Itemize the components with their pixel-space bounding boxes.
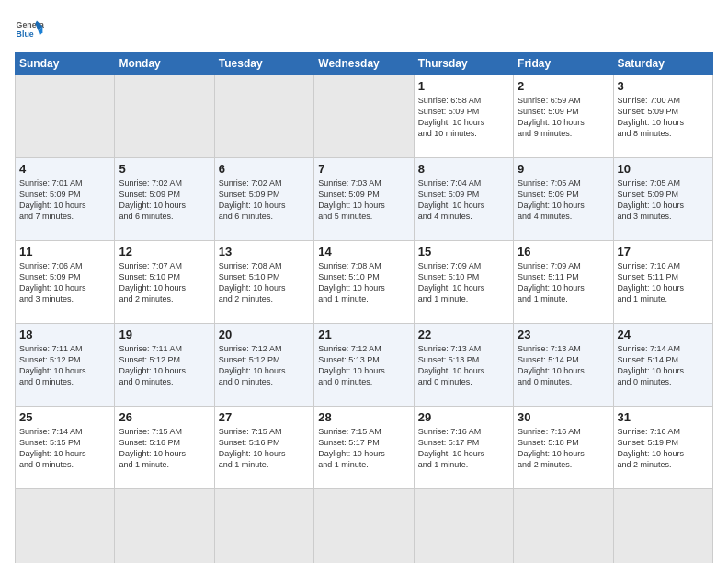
day-info: Sunrise: 7:15 AM Sunset: 5:17 PM Dayligh… — [318, 426, 409, 471]
day-info: Sunrise: 7:08 AM Sunset: 5:10 PM Dayligh… — [219, 260, 310, 305]
calendar-cell: 14Sunrise: 7:08 AM Sunset: 5:10 PM Dayli… — [314, 241, 414, 324]
day-info: Sunrise: 7:12 AM Sunset: 5:12 PM Dayligh… — [219, 343, 310, 388]
day-number: 10 — [618, 162, 709, 176]
day-info: Sunrise: 7:16 AM Sunset: 5:17 PM Dayligh… — [418, 426, 509, 471]
calendar-cell: 31Sunrise: 7:16 AM Sunset: 5:19 PM Dayli… — [613, 407, 712, 489]
day-number: 19 — [119, 327, 210, 341]
calendar-week-3: 11Sunrise: 7:06 AM Sunset: 5:09 PM Dayli… — [16, 241, 713, 324]
day-info: Sunrise: 7:00 AM Sunset: 5:09 PM Dayligh… — [618, 95, 709, 140]
day-number: 7 — [318, 162, 409, 176]
calendar-cell: 19Sunrise: 7:11 AM Sunset: 5:12 PM Dayli… — [115, 324, 214, 407]
calendar-cell: 27Sunrise: 7:15 AM Sunset: 5:16 PM Dayli… — [214, 407, 313, 489]
day-info: Sunrise: 7:02 AM Sunset: 5:09 PM Dayligh… — [219, 178, 310, 223]
day-header-monday: Monday — [115, 52, 214, 75]
calendar-cell — [314, 489, 414, 564]
svg-text:Blue: Blue — [17, 29, 34, 39]
day-info: Sunrise: 7:06 AM Sunset: 5:09 PM Dayligh… — [19, 260, 110, 305]
day-info: Sunrise: 7:14 AM Sunset: 5:14 PM Dayligh… — [618, 343, 709, 388]
day-info: Sunrise: 7:12 AM Sunset: 5:13 PM Dayligh… — [318, 343, 409, 388]
day-number: 29 — [418, 410, 509, 424]
calendar-cell: 20Sunrise: 7:12 AM Sunset: 5:12 PM Dayli… — [214, 324, 313, 407]
day-info: Sunrise: 7:16 AM Sunset: 5:19 PM Dayligh… — [618, 426, 709, 471]
calendar-table: SundayMondayTuesdayWednesdayThursdayFrid… — [15, 52, 713, 563]
day-info: Sunrise: 7:09 AM Sunset: 5:11 PM Dayligh… — [518, 260, 609, 305]
day-number: 1 — [418, 79, 509, 93]
day-number: 26 — [119, 410, 210, 424]
calendar-week-6 — [16, 489, 713, 564]
calendar-cell: 3Sunrise: 7:00 AM Sunset: 5:09 PM Daylig… — [613, 75, 712, 158]
calendar-cell: 16Sunrise: 7:09 AM Sunset: 5:11 PM Dayli… — [514, 241, 613, 324]
calendar-cell — [16, 489, 115, 564]
calendar-cell: 13Sunrise: 7:08 AM Sunset: 5:10 PM Dayli… — [214, 241, 313, 324]
day-number: 3 — [618, 79, 709, 93]
day-number: 11 — [19, 245, 110, 259]
day-number: 15 — [418, 245, 509, 259]
day-info: Sunrise: 7:02 AM Sunset: 5:09 PM Dayligh… — [119, 178, 210, 223]
day-number: 9 — [518, 162, 609, 176]
calendar-cell — [314, 75, 414, 158]
day-header-friday: Friday — [514, 52, 613, 75]
day-number: 31 — [618, 410, 709, 424]
calendar-cell: 5Sunrise: 7:02 AM Sunset: 5:09 PM Daylig… — [115, 158, 214, 241]
day-number: 27 — [219, 410, 310, 424]
day-number: 14 — [318, 245, 409, 259]
calendar-cell: 2Sunrise: 6:59 AM Sunset: 5:09 PM Daylig… — [514, 75, 613, 158]
calendar-cell: 24Sunrise: 7:14 AM Sunset: 5:14 PM Dayli… — [613, 324, 712, 407]
day-info: Sunrise: 7:11 AM Sunset: 5:12 PM Dayligh… — [119, 343, 210, 388]
calendar-cell: 12Sunrise: 7:07 AM Sunset: 5:10 PM Dayli… — [115, 241, 214, 324]
day-number: 8 — [418, 162, 509, 176]
calendar-cell: 10Sunrise: 7:05 AM Sunset: 5:09 PM Dayli… — [613, 158, 712, 241]
day-header-wednesday: Wednesday — [314, 52, 414, 75]
calendar-cell: 22Sunrise: 7:13 AM Sunset: 5:13 PM Dayli… — [414, 324, 513, 407]
day-info: Sunrise: 7:16 AM Sunset: 5:18 PM Dayligh… — [518, 426, 609, 471]
day-number: 22 — [418, 327, 509, 341]
calendar-header: SundayMondayTuesdayWednesdayThursdayFrid… — [16, 52, 713, 75]
day-info: Sunrise: 7:07 AM Sunset: 5:10 PM Dayligh… — [119, 260, 210, 305]
day-info: Sunrise: 7:05 AM Sunset: 5:09 PM Dayligh… — [518, 178, 609, 223]
logo-icon: General Blue — [15, 15, 44, 44]
calendar-week-1: 1Sunrise: 6:58 AM Sunset: 5:09 PM Daylig… — [16, 75, 713, 158]
day-info: Sunrise: 7:13 AM Sunset: 5:13 PM Dayligh… — [418, 343, 509, 388]
calendar-week-5: 25Sunrise: 7:14 AM Sunset: 5:15 PM Dayli… — [16, 407, 713, 489]
day-number: 6 — [219, 162, 310, 176]
day-number: 28 — [318, 410, 409, 424]
day-number: 2 — [518, 79, 609, 93]
day-number: 17 — [618, 245, 709, 259]
calendar-cell — [16, 75, 115, 158]
day-number: 16 — [518, 245, 609, 259]
day-number: 23 — [518, 327, 609, 341]
day-info: Sunrise: 7:11 AM Sunset: 5:12 PM Dayligh… — [19, 343, 110, 388]
calendar-cell: 8Sunrise: 7:04 AM Sunset: 5:09 PM Daylig… — [414, 158, 513, 241]
calendar-cell — [115, 489, 214, 564]
calendar-cell — [115, 75, 214, 158]
calendar-cell — [214, 489, 313, 564]
calendar-cell — [214, 75, 313, 158]
calendar-cell: 7Sunrise: 7:03 AM Sunset: 5:09 PM Daylig… — [314, 158, 414, 241]
calendar-cell: 18Sunrise: 7:11 AM Sunset: 5:12 PM Dayli… — [16, 324, 115, 407]
calendar-cell: 25Sunrise: 7:14 AM Sunset: 5:15 PM Dayli… — [16, 407, 115, 489]
day-number: 25 — [19, 410, 110, 424]
day-info: Sunrise: 7:08 AM Sunset: 5:10 PM Dayligh… — [318, 260, 409, 305]
calendar-cell: 26Sunrise: 7:15 AM Sunset: 5:16 PM Dayli… — [115, 407, 214, 489]
calendar-cell: 15Sunrise: 7:09 AM Sunset: 5:10 PM Dayli… — [414, 241, 513, 324]
day-number: 21 — [318, 327, 409, 341]
day-number: 13 — [219, 245, 310, 259]
calendar-cell: 21Sunrise: 7:12 AM Sunset: 5:13 PM Dayli… — [314, 324, 414, 407]
day-header-tuesday: Tuesday — [214, 52, 313, 75]
day-info: Sunrise: 7:03 AM Sunset: 5:09 PM Dayligh… — [318, 178, 409, 223]
header: General Blue — [15, 15, 713, 44]
day-info: Sunrise: 7:15 AM Sunset: 5:16 PM Dayligh… — [219, 426, 310, 471]
day-info: Sunrise: 6:59 AM Sunset: 5:09 PM Dayligh… — [518, 95, 609, 140]
day-info: Sunrise: 7:13 AM Sunset: 5:14 PM Dayligh… — [518, 343, 609, 388]
day-info: Sunrise: 7:15 AM Sunset: 5:16 PM Dayligh… — [119, 426, 210, 471]
day-number: 4 — [19, 162, 110, 176]
calendar-cell: 4Sunrise: 7:01 AM Sunset: 5:09 PM Daylig… — [16, 158, 115, 241]
day-number: 24 — [618, 327, 709, 341]
calendar-cell: 6Sunrise: 7:02 AM Sunset: 5:09 PM Daylig… — [214, 158, 313, 241]
day-header-saturday: Saturday — [613, 52, 712, 75]
day-number: 20 — [219, 327, 310, 341]
calendar-cell: 30Sunrise: 7:16 AM Sunset: 5:18 PM Dayli… — [514, 407, 613, 489]
day-number: 18 — [19, 327, 110, 341]
day-number: 12 — [119, 245, 210, 259]
day-header-thursday: Thursday — [414, 52, 513, 75]
